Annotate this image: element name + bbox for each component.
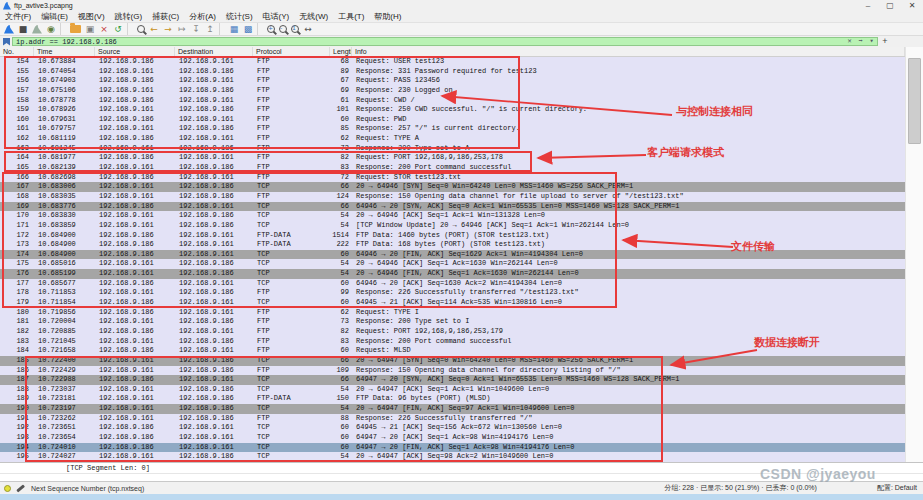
maximize-button[interactable]: ▢	[879, 0, 901, 11]
cell: 10.724010	[34, 443, 95, 453]
packet-row-157[interactable]: 15710.675106192.168.9.161192.168.9.186FT…	[0, 86, 905, 96]
reload-file-icon[interactable]: ↺	[111, 23, 125, 35]
close-file-icon[interactable]: ×	[97, 23, 111, 35]
packet-row-171[interactable]: 17110.683859192.168.9.161192.168.9.186TC…	[0, 221, 905, 231]
column-header-no[interactable]: No.	[0, 47, 34, 56]
cell: 20 → 64946 [FIN, ACK] Seq=1 Ack=1630 Win…	[352, 269, 905, 279]
start-capture-icon[interactable]	[4, 25, 14, 34]
zoom-in-icon[interactable]: +	[265, 24, 277, 35]
vertical-scrollbar[interactable]	[905, 47, 923, 462]
column-header-info[interactable]: Info	[352, 47, 905, 56]
close-button[interactable]: ✕	[901, 0, 923, 11]
status-profile[interactable]: 配置: Default	[877, 483, 917, 493]
filter-dropdown-caret-icon[interactable]: ▾	[866, 37, 877, 46]
column-header-length[interactable]: Length	[330, 47, 352, 56]
packet-row-177[interactable]: 17710.685677192.168.9.186192.168.9.161TC…	[0, 279, 905, 289]
minimize-button[interactable]: –	[857, 0, 879, 11]
capture-comment-icon[interactable]	[16, 484, 25, 492]
filter-bookmark-icon[interactable]	[3, 38, 10, 46]
menu-help[interactable]: 帮助(H)	[369, 11, 406, 22]
packet-row-191[interactable]: 19110.723262192.168.9.161192.168.9.186FT…	[0, 414, 905, 424]
cell: 192.168.9.186	[95, 443, 175, 453]
colorize-packets-icon[interactable]: ▦	[227, 23, 241, 35]
packet-row-158[interactable]: 15810.678778192.168.9.186192.168.9.161FT…	[0, 96, 905, 106]
column-header-protocol[interactable]: Protocol	[253, 47, 330, 56]
packet-row-195[interactable]: 19510.724027192.168.9.161192.168.9.186TC…	[0, 452, 905, 462]
menu-view[interactable]: 视图(V)	[73, 11, 110, 22]
packet-row-166[interactable]: 16610.682698192.168.9.186192.168.9.161FT…	[0, 173, 905, 183]
packet-row-176[interactable]: 17610.685199192.168.9.161192.168.9.186TC…	[0, 269, 905, 279]
apply-filter-icon[interactable]: ➡	[855, 37, 866, 46]
stop-capture-icon[interactable]: ■	[16, 23, 30, 35]
menu-statistics[interactable]: 统计(S)	[221, 11, 258, 22]
menu-analyze[interactable]: 分析(A)	[184, 11, 221, 22]
packet-row-161[interactable]: 16110.679757192.168.9.161192.168.9.186FT…	[0, 124, 905, 134]
restart-capture-icon[interactable]	[32, 25, 42, 34]
packet-row-189[interactable]: 18910.723181192.168.9.161192.168.9.186FT…	[0, 394, 905, 404]
packet-row-160[interactable]: 16010.679631192.168.9.186192.168.9.161FT…	[0, 115, 905, 125]
cell: 178	[0, 288, 34, 298]
column-header-time[interactable]: Time	[34, 47, 95, 56]
scrollbar-thumb[interactable]	[908, 58, 921, 144]
packet-row-187[interactable]: 18710.722988192.168.9.186192.168.9.161TC…	[0, 375, 905, 385]
save-file-icon[interactable]: ▣	[83, 23, 97, 35]
zoom-reset-icon[interactable]: 1	[289, 24, 301, 35]
packet-row-162[interactable]: 16210.681119192.168.9.186192.168.9.161FT…	[0, 134, 905, 144]
cell: 60	[330, 346, 352, 356]
cell: 192.168.9.186	[95, 327, 175, 337]
menu-tools[interactable]: 工具(T)	[333, 11, 369, 22]
cell: FTP	[253, 327, 330, 337]
menu-file[interactable]: 文件(F)	[0, 11, 36, 22]
auto-scroll-icon[interactable]: ▩	[241, 23, 255, 35]
capture-options-icon[interactable]: ◉	[44, 23, 58, 35]
packet-row-169[interactable]: 16910.683776192.168.9.186192.168.9.161TC…	[0, 202, 905, 212]
expert-info-icon[interactable]	[4, 485, 11, 492]
packet-row-193[interactable]: 19310.723654192.168.9.186192.168.9.161TC…	[0, 433, 905, 443]
packet-row-181[interactable]: 18110.720004192.168.9.161192.168.9.186FT…	[0, 317, 905, 327]
packet-row-186[interactable]: 18610.722429192.168.9.161192.168.9.186FT…	[0, 366, 905, 376]
resize-columns-icon[interactable]: ↔	[301, 23, 315, 35]
packet-row-165[interactable]: 16510.682139192.168.9.161192.168.9.186FT…	[0, 163, 905, 173]
find-packet-icon[interactable]	[135, 24, 147, 35]
packet-row-170[interactable]: 17010.683830192.168.9.161192.168.9.186TC…	[0, 211, 905, 221]
packet-row-154[interactable]: 15410.673884192.168.9.186192.168.9.161FT…	[0, 57, 905, 67]
menu-capture[interactable]: 捕获(C)	[147, 11, 184, 22]
zoom-out-icon[interactable]: -	[277, 24, 289, 35]
open-file-icon[interactable]	[70, 25, 81, 33]
packet-row-180[interactable]: 18010.719856192.168.9.186192.168.9.161FT…	[0, 308, 905, 318]
packet-row-159[interactable]: 15910.678926192.168.9.161192.168.9.186FT…	[0, 105, 905, 115]
packet-row-163[interactable]: 16310.681245192.168.9.161192.168.9.186FT…	[0, 144, 905, 154]
packet-row-178[interactable]: 17810.711853192.168.9.161192.168.9.186FT…	[0, 288, 905, 298]
cell: 20 → 64947 [ACK] Seq=98 Ack=2 Win=104960…	[352, 452, 905, 462]
go-back-icon[interactable]: ←	[147, 23, 161, 35]
menu-telephony[interactable]: 电话(Y)	[258, 11, 295, 22]
menu-edit[interactable]: 编辑(E)	[36, 11, 73, 22]
clear-filter-icon[interactable]: ✕	[844, 37, 855, 46]
go-to-last-icon[interactable]: ↧	[189, 23, 203, 35]
packet-row-179[interactable]: 17910.711854192.168.9.186192.168.9.161TC…	[0, 298, 905, 308]
packet-row-188[interactable]: 18810.723037192.168.9.161192.168.9.186TC…	[0, 385, 905, 395]
packet-row-185[interactable]: 18510.722400192.168.9.161192.168.9.186TC…	[0, 356, 905, 366]
go-to-first-icon[interactable]: ↥	[203, 23, 217, 35]
go-to-packet-icon[interactable]: ↦	[175, 23, 189, 35]
packet-row-156[interactable]: 15610.674903192.168.9.186192.168.9.161FT…	[0, 76, 905, 86]
packet-row-167[interactable]: 16710.683006192.168.9.161192.168.9.186TC…	[0, 182, 905, 192]
packet-row-175[interactable]: 17510.685016192.168.9.161192.168.9.186TC…	[0, 259, 905, 269]
cell: 192.168.9.186	[175, 86, 253, 96]
packet-row-190[interactable]: 19010.723197192.168.9.161192.168.9.186TC…	[0, 404, 905, 414]
column-header-source[interactable]: Source	[95, 47, 175, 56]
menu-wireless[interactable]: 无线(W)	[294, 11, 333, 22]
packet-row-168[interactable]: 16810.683035192.168.9.161192.168.9.186FT…	[0, 192, 905, 202]
packet-row-194[interactable]: 19410.724010192.168.9.186192.168.9.161TC…	[0, 443, 905, 453]
display-filter-input[interactable]: ip.addr == 192.168.9.186 ✕ ➡ ▾	[12, 37, 878, 46]
cell: 192.168.9.186	[95, 153, 175, 163]
cell: 83	[330, 163, 352, 173]
add-filter-button[interactable]: +	[878, 36, 892, 47]
packet-row-192[interactable]: 19210.723651192.168.9.186192.168.9.161TC…	[0, 423, 905, 433]
go-forward-icon[interactable]: →	[161, 23, 175, 35]
packet-row-164[interactable]: 16410.681977192.168.9.186192.168.9.161FT…	[0, 153, 905, 163]
packet-row-155[interactable]: 15510.674054192.168.9.161192.168.9.186FT…	[0, 67, 905, 77]
menu-go[interactable]: 跳转(G)	[110, 11, 148, 22]
column-header-destination[interactable]: Destination	[175, 47, 253, 56]
cell: 10.673884	[34, 57, 95, 67]
